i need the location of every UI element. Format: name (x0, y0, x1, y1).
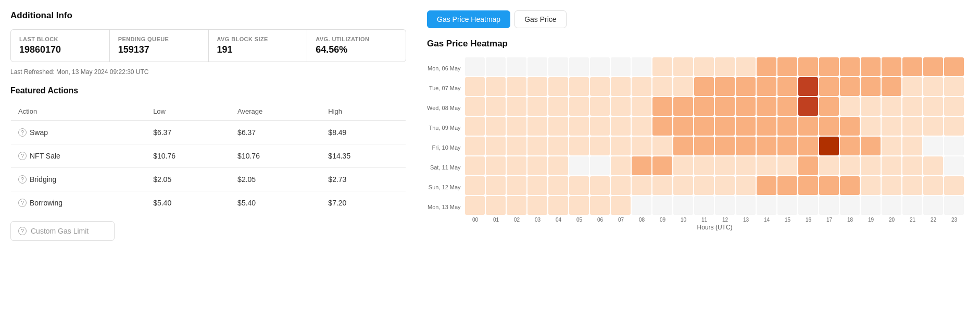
heatmap-cell-2-21 (902, 97, 922, 116)
heatmap-cell-0-4 (548, 57, 568, 76)
heatmap-cell-6-14 (757, 176, 776, 195)
action-help-icon-3[interactable]: ? (18, 199, 27, 207)
action-help-icon-1[interactable]: ? (18, 152, 27, 160)
heatmap-cell-2-13 (736, 97, 756, 116)
heatmap-cell-2-3 (527, 97, 547, 116)
y-label-3: Thu, 09 May (427, 118, 461, 138)
stat-label-1: PENDING QUEUE (118, 36, 200, 42)
action-avg-3: $5.40 (230, 191, 321, 215)
heatmap-cell-7-0 (465, 196, 485, 215)
heatmap-cell-6-7 (611, 176, 631, 195)
heatmap-cell-0-14 (757, 57, 776, 76)
heatmap-cell-4-4 (548, 137, 568, 155)
heatmap-cell-7-22 (923, 196, 943, 215)
heatmap-cell-1-21 (902, 77, 922, 96)
heatmap-cell-3-16 (798, 117, 818, 136)
tab-gas-price-heatmap[interactable]: Gas Price Heatmap (427, 10, 510, 28)
stat-label-2: AVG BLOCK SIZE (217, 36, 299, 42)
heatmap-cell-7-20 (882, 196, 901, 215)
stats-row: LAST BLOCK19860170PENDING QUEUE159137AVG… (10, 29, 406, 62)
heatmap-cell-5-18 (840, 156, 860, 175)
action-help-icon-0[interactable]: ? (18, 128, 27, 137)
heatmap-cell-4-0 (465, 137, 485, 155)
x-label-16: 16 (798, 217, 819, 223)
heatmap-cell-0-20 (882, 57, 901, 76)
heatmap-cell-0-22 (923, 57, 943, 76)
heatmap-cell-4-20 (882, 137, 901, 155)
heatmap-cell-4-15 (777, 137, 797, 155)
heatmap-cell-4-8 (632, 137, 651, 155)
heatmap-cell-4-23 (944, 137, 964, 155)
heatmap-cell-2-7 (611, 97, 631, 116)
x-label-21: 21 (902, 217, 923, 223)
heatmap-cell-0-1 (486, 57, 506, 76)
stat-cell-2: AVG BLOCK SIZE191 (209, 30, 308, 62)
heatmap-cell-2-10 (673, 97, 693, 116)
heatmap-cell-3-4 (548, 117, 568, 136)
heatmap-cell-1-4 (548, 77, 568, 96)
heatmap-cell-5-16 (798, 156, 818, 175)
heatmap-title: Gas Price Heatmap (427, 39, 970, 49)
main-container: Additional Info LAST BLOCK19860170PENDIN… (0, 0, 980, 316)
action-name-cell-3: ? Borrowing (11, 191, 146, 215)
heatmap-cell-7-10 (673, 196, 693, 215)
x-label-17: 17 (819, 217, 840, 223)
stat-value-1: 159137 (118, 44, 200, 55)
heatmap-cell-4-22 (923, 137, 943, 155)
heatmap-cell-2-16 (798, 97, 818, 116)
heatmap-cell-1-17 (819, 77, 839, 96)
heatmap-cell-4-2 (507, 137, 526, 155)
stat-label-0: LAST BLOCK (19, 36, 101, 42)
heatmap-cell-0-2 (507, 57, 526, 76)
heatmap-cell-3-20 (882, 117, 901, 136)
tab-gas-price[interactable]: Gas Price (514, 10, 566, 28)
heatmap-cell-7-19 (861, 196, 881, 215)
heatmap-cell-5-10 (673, 156, 693, 175)
heatmap-cell-0-13 (736, 57, 756, 76)
heatmap-cell-3-17 (819, 117, 839, 136)
x-label-23: 23 (944, 217, 965, 223)
heatmap-cell-6-1 (486, 176, 506, 195)
x-label-1: 01 (486, 217, 507, 223)
heatmap-cell-5-11 (694, 156, 714, 175)
custom-gas-help-icon[interactable]: ? (18, 227, 27, 235)
action-high-1: $14.35 (321, 144, 406, 168)
heatmap-cell-6-16 (798, 176, 818, 195)
heatmap-cell-3-11 (694, 117, 714, 136)
heatmap-cell-0-11 (694, 57, 714, 76)
heatmap-cell-4-10 (673, 137, 693, 155)
heatmap-cell-3-9 (652, 117, 672, 136)
heatmap-cell-3-7 (611, 117, 631, 136)
heatmap-cell-5-17 (819, 156, 839, 175)
heatmap-cell-5-4 (548, 156, 568, 175)
heatmap-cell-3-18 (840, 117, 860, 136)
heatmap-cell-4-16 (798, 137, 818, 155)
action-name-cell-2: ? Bridging (11, 168, 146, 191)
action-row-1: ? NFT Sale $10.76 $10.76 $14.35 (11, 144, 406, 168)
action-help-icon-2[interactable]: ? (18, 175, 27, 184)
heatmap-cell-1-11 (694, 77, 714, 96)
heatmap-cell-7-4 (548, 196, 568, 215)
heatmap-cell-3-15 (777, 117, 797, 136)
heatmap-cell-0-9 (652, 57, 672, 76)
heatmap-cell-7-15 (777, 196, 797, 215)
heatmap-cell-6-13 (736, 176, 756, 195)
heatmap-cell-1-1 (486, 77, 506, 96)
action-low-2: $2.05 (146, 168, 230, 191)
heatmap-cell-4-14 (757, 137, 776, 155)
y-label-2: Wed, 08 May (427, 98, 461, 118)
action-low-3: $5.40 (146, 191, 230, 215)
heatmap-cell-6-19 (861, 176, 881, 195)
heatmap-cell-7-9 (652, 196, 672, 215)
action-high-2: $2.73 (321, 168, 406, 191)
heatmap-cell-6-9 (652, 176, 672, 195)
heatmap-cell-2-0 (465, 97, 485, 116)
heatmap-cell-1-7 (611, 77, 631, 96)
custom-gas-input[interactable]: ? Custom Gas Limit (10, 221, 115, 241)
heatmap-cell-5-1 (486, 156, 506, 175)
heatmap-cell-6-20 (882, 176, 901, 195)
y-label-7: Mon, 13 May (427, 197, 461, 217)
heatmap-cell-5-19 (861, 156, 881, 175)
heatmap-cell-4-6 (590, 137, 610, 155)
stat-value-2: 191 (217, 44, 299, 55)
